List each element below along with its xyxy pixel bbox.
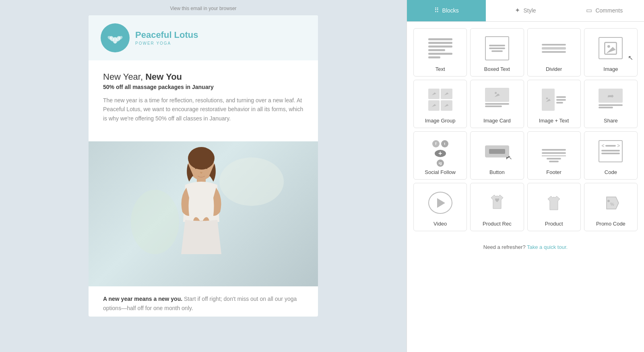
sidebar-tabs: ⠿ Blocks ✦ Style ▭ Comments <box>407 0 644 22</box>
block-promo-code[interactable]: % Promo Code <box>584 183 638 231</box>
take-quick-tour-link[interactable]: Take a quick tour. <box>527 244 568 250</box>
tab-comments[interactable]: ▭ Comments <box>565 0 644 21</box>
block-product[interactable]: Product <box>527 183 581 231</box>
block-boxed-text[interactable]: Boxed Text <box>470 28 524 77</box>
logo-circle <box>101 23 130 52</box>
block-social-follow[interactable]: f t + ig Social Follow <box>413 131 467 180</box>
email-preview-area: View this email in your browser Peaceful… <box>0 0 407 352</box>
button-icon-wrapper: ↖ <box>485 145 509 157</box>
block-image-label: Image <box>603 66 618 72</box>
svg-point-7 <box>131 190 179 254</box>
block-share-icon-area: ➦ <box>588 85 634 114</box>
block-product-icon-area <box>531 188 577 217</box>
block-image-text-label: Image + Text <box>539 118 569 124</box>
footer-icon <box>542 140 566 162</box>
logo-subtitle: Power Yoga <box>135 41 198 46</box>
svg-point-17 <box>546 97 548 99</box>
cursor-on-button: ↖ <box>508 154 512 161</box>
block-footer[interactable]: Footer <box>527 131 581 180</box>
block-product-label: Product <box>545 221 563 227</box>
block-footer-icon-area <box>531 137 577 166</box>
block-text[interactable]: Text <box>413 28 467 77</box>
email-heading: New Year, New You <box>103 72 303 82</box>
image-card-icon <box>485 88 509 112</box>
block-code-icon-area: < > <box>588 137 634 166</box>
email-image <box>89 141 318 286</box>
image-group-icon <box>428 89 452 111</box>
block-image-text[interactable]: Image + Text <box>527 80 581 128</box>
block-button[interactable]: ↖ Button <box>470 131 524 180</box>
share-icon: ➦ <box>599 89 623 111</box>
promo-code-icon: % <box>599 192 623 214</box>
block-divider[interactable]: Divider <box>527 28 581 77</box>
block-text-icon-area <box>417 33 463 63</box>
lotus-icon <box>107 30 123 46</box>
block-footer-label: Footer <box>546 169 561 175</box>
image-icon <box>599 37 623 59</box>
block-share[interactable]: ➦ Share <box>584 80 638 128</box>
refresher-text: Need a refresher? Take a quick tour. <box>407 238 644 257</box>
email-image-placeholder <box>89 141 318 286</box>
video-icon <box>428 192 452 214</box>
block-promo-code-label: Promo Code <box>596 221 625 227</box>
yoga-woman-illustration <box>123 141 284 286</box>
block-image-group-icon-area <box>417 85 463 114</box>
block-divider-icon-area <box>531 33 577 63</box>
block-text-label: Text <box>436 66 445 72</box>
block-divider-label: Divider <box>546 66 562 72</box>
block-promo-code-icon-area: % <box>588 188 634 217</box>
svg-point-6 <box>219 157 284 206</box>
button-icon <box>485 145 509 157</box>
email-header: Peaceful Lotus Power Yoga <box>89 15 318 60</box>
tab-blocks[interactable]: ⠿ Blocks <box>407 0 486 21</box>
block-code[interactable]: < > Code <box>584 131 638 180</box>
svg-point-18 <box>607 200 610 202</box>
block-video[interactable]: Video <box>413 183 467 231</box>
email-body: New Year, New You 50% off all massage pa… <box>89 60 318 141</box>
boxed-text-icon <box>485 36 509 60</box>
block-image-text-icon-area <box>531 85 577 114</box>
svg-rect-14 <box>605 42 617 54</box>
block-image-card-label: Image Card <box>483 118 511 124</box>
block-image-card-icon-area <box>474 85 520 114</box>
block-image-card[interactable]: Image Card <box>470 80 524 128</box>
image-mountain-icon <box>604 42 617 55</box>
product-rec-icon <box>485 192 509 214</box>
svg-point-16 <box>495 92 497 94</box>
comments-icon: ▭ <box>586 6 592 14</box>
style-icon: ✦ <box>515 6 520 14</box>
email-body-text: The new year is a time for reflection, r… <box>103 96 303 123</box>
block-share-label: Share <box>604 118 618 124</box>
block-image[interactable]: Image ↖ <box>584 28 638 77</box>
block-boxed-text-label: Boxed Text <box>484 66 510 72</box>
block-video-label: Video <box>433 221 447 227</box>
blocks-icon: ⠿ <box>434 6 439 14</box>
block-product-rec-icon-area <box>474 188 520 217</box>
svg-point-9 <box>188 147 215 170</box>
email-bottom-text: A new year means a new you. Start if off… <box>89 286 318 317</box>
email-card: Peaceful Lotus Power Yoga New Year, New … <box>89 15 318 317</box>
block-social-follow-icon-area: f t + ig <box>417 137 463 166</box>
blocks-grid: Text Boxed Text Divider <box>407 22 644 238</box>
image-text-icon <box>542 89 566 111</box>
view-in-browser-link[interactable]: View this email in your browser <box>170 0 236 15</box>
email-subheading: 50% off all massage packages in January <box>103 84 303 90</box>
social-follow-icon: f t + ig <box>428 140 452 162</box>
block-button-icon-area: ↖ <box>474 137 520 166</box>
tab-style[interactable]: ✦ Style <box>486 0 565 21</box>
block-product-rec-label: Product Rec <box>483 221 512 227</box>
product-icon <box>542 192 566 214</box>
block-video-icon-area <box>417 188 463 217</box>
code-icon: < > <box>599 140 623 162</box>
logo-text: Peaceful Lotus Power Yoga <box>135 30 198 45</box>
block-product-rec[interactable]: Product Rec <box>470 183 524 231</box>
text-lines-icon <box>428 38 452 58</box>
block-image-group-label: Image Group <box>425 118 456 124</box>
block-boxed-text-icon-area <box>474 33 520 63</box>
logo-title: Peaceful Lotus <box>135 30 198 40</box>
blocks-sidebar: ⠿ Blocks ✦ Style ▭ Comments <box>407 0 644 352</box>
block-image-group[interactable]: Image Group <box>413 80 467 128</box>
block-button-label: Button <box>489 169 505 175</box>
divider-icon <box>542 44 566 53</box>
block-image-icon-area <box>588 33 634 63</box>
